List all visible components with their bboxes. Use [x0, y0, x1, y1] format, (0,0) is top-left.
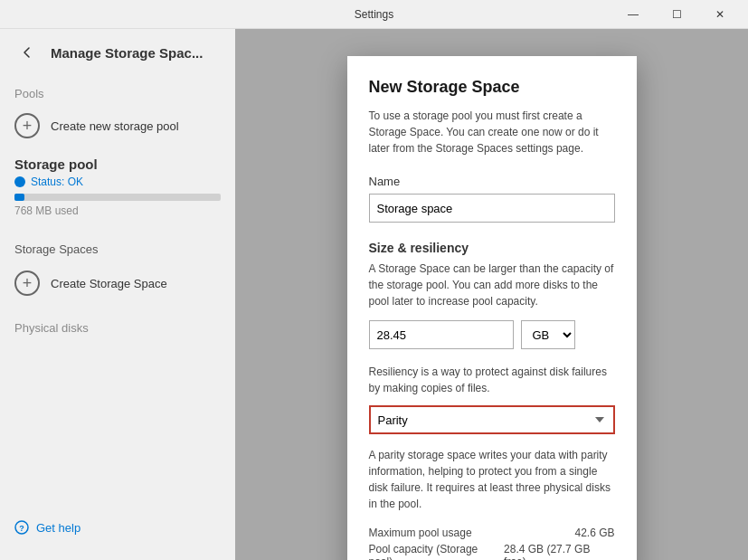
titlebar-title: Settings	[355, 8, 393, 21]
dialog-description: To use a storage pool you must first cre…	[369, 108, 615, 157]
titlebar: Settings — ☐ ✕	[0, 0, 748, 29]
pools-section-label: Pools	[0, 76, 235, 106]
titlebar-controls: — ☐ ✕	[612, 0, 741, 29]
pool-capacity-row: Pool capacity (Storage pool) 28.4 GB (27…	[369, 543, 615, 560]
physical-disks-label: Physical disks	[0, 303, 235, 340]
minimize-button[interactable]: —	[612, 0, 654, 29]
help-icon: ?	[14, 520, 29, 535]
status-ok: Status: OK	[14, 176, 221, 188]
max-pool-label: Maximum pool usage	[369, 527, 472, 539]
add-space-icon: +	[14, 271, 40, 296]
sidebar: Manage Storage Spac... Pools + Create ne…	[0, 29, 235, 560]
resiliency-select[interactable]: None Simple (no resiliency) Two-way mirr…	[369, 405, 615, 434]
resiliency-desc: Resiliency is a way to protect against d…	[369, 364, 615, 396]
get-help-label: Get help	[36, 521, 80, 535]
storage-used-label: 768 MB used	[14, 204, 221, 217]
back-button[interactable]	[14, 40, 40, 65]
size-input[interactable]	[369, 320, 514, 349]
name-input[interactable]	[369, 194, 615, 223]
create-pool-label: Create new storage pool	[51, 119, 179, 133]
main-content: New Storage Space To use a storage pool …	[235, 29, 748, 560]
maximize-button[interactable]: ☐	[656, 0, 697, 29]
pool-capacity-value: 28.4 GB (27.7 GB free)	[504, 543, 614, 560]
storage-bar-container	[14, 194, 221, 201]
create-space-label: Create Storage Space	[51, 277, 167, 290]
sidebar-bottom: ? Get help	[0, 513, 95, 542]
app-container: Manage Storage Spac... Pools + Create ne…	[0, 29, 748, 560]
storage-pool-section: Storage pool Status: OK 768 MB used	[0, 146, 235, 235]
status-dot	[14, 176, 25, 187]
size-section-desc: A Storage Space can be larger than the c…	[369, 261, 615, 309]
create-pool-item[interactable]: + Create new storage pool	[0, 106, 235, 146]
sidebar-header: Manage Storage Spac...	[0, 29, 235, 76]
close-button[interactable]: ✕	[699, 0, 741, 29]
dialog-title: New Storage Space	[369, 78, 615, 97]
svg-text:?: ?	[19, 524, 24, 533]
page-title: Manage Storage Spac...	[51, 45, 203, 61]
pool-capacity-label: Pool capacity (Storage pool)	[369, 543, 505, 560]
max-pool-value: 42.6 GB	[574, 527, 614, 539]
size-section-title: Size & resiliency	[369, 241, 615, 255]
storage-bar-fill	[14, 194, 24, 201]
unit-select[interactable]: MB GB TB	[521, 320, 575, 349]
size-row: MB GB TB	[369, 320, 615, 349]
status-label: Status: OK	[31, 176, 83, 188]
max-pool-row: Maximum pool usage 42.6 GB	[369, 527, 615, 539]
storage-pool-title: Storage pool	[14, 157, 221, 172]
create-space-item[interactable]: + Create Storage Space	[0, 263, 235, 303]
get-help-item[interactable]: ? Get help	[14, 520, 80, 535]
resiliency-detail: A parity storage space writes your data …	[369, 447, 615, 512]
storage-spaces-label: Storage Spaces	[0, 235, 235, 263]
add-pool-icon: +	[14, 113, 40, 138]
new-storage-space-dialog: New Storage Space To use a storage pool …	[347, 56, 637, 560]
name-label: Name	[369, 175, 615, 188]
